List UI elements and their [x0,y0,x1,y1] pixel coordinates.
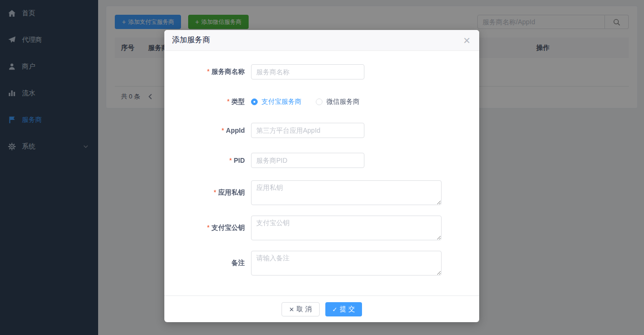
radio-wechat-provider[interactable]: 微信服务商 [316,98,360,106]
close-icon[interactable]: ✕ [461,34,473,47]
submit-button[interactable]: ✓ 提 交 [325,302,362,316]
form-field-provider-name: *服务商名称 [164,64,479,79]
radio-label: 微信服务商 [326,98,360,106]
form-field-private-key: *应用私钥 [164,180,479,205]
modal-footer: ✕ 取 消 ✓ 提 交 [164,296,479,322]
form-field-alipay-public-key: *支付宝公钥 [164,216,479,240]
modal-header: 添加服务商 ✕ [164,30,479,51]
add-provider-modal: 添加服务商 ✕ *服务商名称 *类型 支付宝服务商 微信服务商 *AppId [164,30,479,322]
field-label: *应用私钥 [164,188,245,197]
type-radio-group: 支付宝服务商 微信服务商 [251,98,360,106]
modal-body: *服务商名称 *类型 支付宝服务商 微信服务商 *AppId *PID [164,51,479,296]
field-label: 备注 [164,259,245,267]
field-label-text: 支付宝公钥 [211,224,245,231]
form-field-remark: 备注 [164,251,479,276]
field-label-text: 应用私钥 [218,188,245,196]
radio-alipay-provider[interactable]: 支付宝服务商 [251,98,302,106]
field-label: *AppId [164,127,245,134]
pid-input[interactable] [251,153,364,168]
provider-name-input[interactable] [251,64,364,79]
field-label-text: AppId [226,127,245,134]
field-label-text: PID [234,157,245,164]
radio-label: 支付宝服务商 [262,98,302,106]
required-asterisk: * [207,224,210,231]
form-field-pid: *PID [164,153,479,168]
required-asterisk: * [227,98,230,105]
required-asterisk: * [207,68,210,75]
radio-checked-icon [251,99,258,105]
form-field-appid: *AppId [164,123,479,138]
field-label: *类型 [164,98,245,106]
field-label-text: 服务商名称 [211,68,245,75]
required-asterisk: * [229,157,231,164]
alipay-public-key-textarea[interactable] [251,216,442,240]
field-label: *支付宝公钥 [164,224,245,232]
field-label-text: 备注 [231,259,245,266]
cancel-button[interactable]: ✕ 取 消 [282,302,320,316]
required-asterisk: * [214,188,216,196]
submit-label: 提 交 [340,305,355,314]
appid-input[interactable] [251,123,364,138]
private-key-textarea[interactable] [251,180,442,205]
check-icon: ✓ [332,306,338,313]
field-label: *PID [164,157,245,164]
field-label-text: 类型 [231,98,245,105]
required-asterisk: * [221,127,224,134]
form-field-type: *类型 支付宝服务商 微信服务商 [164,98,479,106]
cancel-label: 取 消 [297,305,312,314]
close-icon: ✕ [289,306,294,313]
remark-textarea[interactable] [251,251,442,276]
radio-unchecked-icon [316,99,322,105]
field-label: *服务商名称 [164,68,245,76]
modal-title: 添加服务商 [172,35,210,45]
